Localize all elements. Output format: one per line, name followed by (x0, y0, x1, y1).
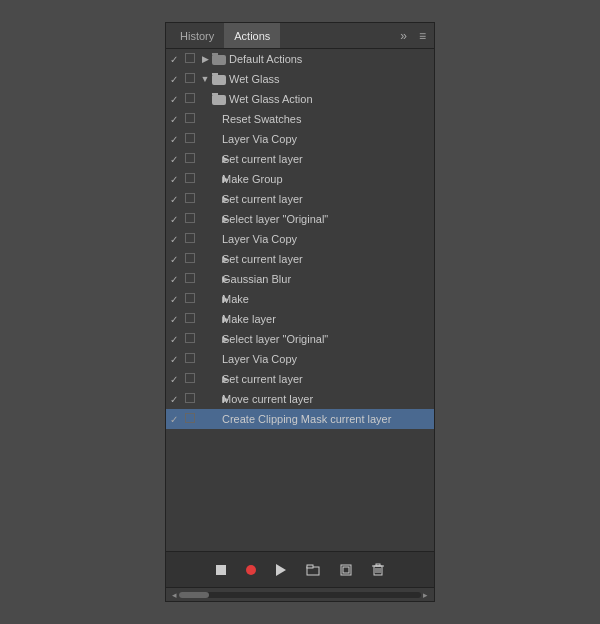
visibility-box[interactable] (182, 393, 198, 405)
check-col[interactable]: ✓ (166, 314, 182, 325)
check-col[interactable]: ✓ (166, 194, 182, 205)
check-col[interactable]: ✓ (166, 174, 182, 185)
check-col[interactable]: ✓ (166, 274, 182, 285)
action-label-text: Wet Glass (229, 73, 280, 85)
visibility-box[interactable] (182, 173, 198, 185)
action-label-text: Make (222, 293, 249, 305)
action-label-text: Select layer "Original" (222, 213, 328, 225)
action-row[interactable]: ✓Create Clipping Mask current layer (166, 409, 434, 429)
visibility-box[interactable] (182, 73, 198, 85)
play-button[interactable] (272, 561, 290, 579)
expand-col[interactable]: ▶ (198, 334, 222, 344)
expand-col[interactable]: ▶ (198, 294, 222, 304)
scroll-thumb[interactable] (179, 592, 209, 598)
visibility-box[interactable] (182, 113, 198, 125)
visibility-box[interactable] (182, 133, 198, 145)
check-col[interactable]: ✓ (166, 154, 182, 165)
action-row[interactable]: ✓▶Set current layer (166, 249, 434, 269)
expand-col[interactable]: ▶ (198, 254, 222, 264)
visibility-box[interactable] (182, 313, 198, 325)
check-col[interactable]: ✓ (166, 234, 182, 245)
check-col[interactable]: ✓ (166, 134, 182, 145)
horizontal-scrollbar: ◂ ▸ (166, 587, 434, 601)
actions-panel: History Actions » ≡ ✓▶Default Actions✓▼W… (165, 22, 435, 602)
visibility-box[interactable] (182, 213, 198, 225)
action-label-text: Select layer "Original" (222, 333, 328, 345)
delete-button[interactable] (368, 560, 388, 579)
action-row[interactable]: ✓▶Make layer (166, 309, 434, 329)
visibility-box[interactable] (182, 373, 198, 385)
scroll-right-icon[interactable]: ▸ (421, 590, 430, 600)
visibility-box[interactable] (182, 193, 198, 205)
new-set-button[interactable] (302, 561, 324, 579)
expand-col[interactable]: ▶ (198, 314, 222, 324)
action-row[interactable]: ✓▶Gaussian Blur (166, 269, 434, 289)
expand-col[interactable]: ▼ (198, 74, 212, 84)
forward-icon[interactable]: » (396, 27, 411, 45)
action-label-text: Set current layer (222, 193, 303, 205)
check-col[interactable]: ✓ (166, 214, 182, 225)
action-label-text: Set current layer (222, 373, 303, 385)
stop-button[interactable] (212, 562, 230, 578)
new-action-button[interactable] (336, 561, 356, 579)
check-col[interactable]: ✓ (166, 294, 182, 305)
expand-col[interactable]: ▶ (198, 214, 222, 224)
action-row[interactable]: ✓▶Set current layer (166, 149, 434, 169)
record-button[interactable] (242, 562, 260, 578)
visibility-box[interactable] (182, 53, 198, 65)
tab-history[interactable]: History (170, 23, 224, 48)
action-row[interactable]: ✓▶Default Actions (166, 49, 434, 69)
visibility-box[interactable] (182, 153, 198, 165)
expand-col[interactable]: ▶ (198, 394, 222, 404)
visibility-box[interactable] (182, 93, 198, 105)
action-row[interactable]: ✓▼Wet Glass Action (166, 89, 434, 109)
action-row[interactable]: ✓▶Select layer "Original" (166, 329, 434, 349)
action-row[interactable]: ✓▶Select layer "Original" (166, 209, 434, 229)
svg-rect-3 (343, 567, 349, 573)
expand-col[interactable]: ▶ (198, 54, 212, 64)
check-col[interactable]: ✓ (166, 94, 182, 105)
action-row[interactable]: ✓Layer Via Copy (166, 229, 434, 249)
check-col[interactable]: ✓ (166, 414, 182, 425)
action-row[interactable]: ✓▶Move current layer (166, 389, 434, 409)
check-col[interactable]: ✓ (166, 114, 182, 125)
action-row[interactable]: ✓Reset Swatches (166, 109, 434, 129)
check-col[interactable]: ✓ (166, 254, 182, 265)
expand-col[interactable]: ▶ (198, 194, 222, 204)
action-label-text: Move current layer (222, 393, 313, 405)
visibility-box[interactable] (182, 353, 198, 365)
visibility-box[interactable] (182, 413, 198, 425)
action-row[interactable]: ✓Layer Via Copy (166, 129, 434, 149)
visibility-box[interactable] (182, 253, 198, 265)
visibility-box[interactable] (182, 333, 198, 345)
expand-col[interactable]: ▶ (198, 154, 222, 164)
action-label: Create Clipping Mask current layer (222, 413, 430, 425)
expand-col[interactable]: ▶ (198, 174, 222, 184)
visibility-box[interactable] (182, 273, 198, 285)
check-col[interactable]: ✓ (166, 74, 182, 85)
action-row[interactable]: ✓▶Make Group (166, 169, 434, 189)
expand-col[interactable]: ▶ (198, 274, 222, 284)
expand-col[interactable]: ▼ (198, 94, 212, 104)
check-col[interactable]: ✓ (166, 354, 182, 365)
visibility-box[interactable] (182, 293, 198, 305)
action-label-text: Set current layer (222, 253, 303, 265)
expand-col[interactable]: ▶ (198, 374, 222, 384)
action-label-text: Create Clipping Mask current layer (222, 413, 391, 425)
action-row[interactable]: ✓▼Wet Glass (166, 69, 434, 89)
action-row[interactable]: ✓Layer Via Copy (166, 349, 434, 369)
action-row[interactable]: ✓▶Set current layer (166, 369, 434, 389)
action-label: Make (222, 293, 430, 305)
visibility-box[interactable] (182, 233, 198, 245)
check-col[interactable]: ✓ (166, 374, 182, 385)
menu-icon[interactable]: ≡ (415, 27, 430, 45)
scroll-left-icon[interactable]: ◂ (170, 590, 179, 600)
check-col[interactable]: ✓ (166, 54, 182, 65)
action-row[interactable]: ✓▶Set current layer (166, 189, 434, 209)
action-row[interactable]: ✓▶Make (166, 289, 434, 309)
new-set-icon (306, 564, 320, 576)
action-label: Set current layer (222, 253, 430, 265)
check-col[interactable]: ✓ (166, 394, 182, 405)
check-col[interactable]: ✓ (166, 334, 182, 345)
tab-actions[interactable]: Actions (224, 23, 280, 48)
